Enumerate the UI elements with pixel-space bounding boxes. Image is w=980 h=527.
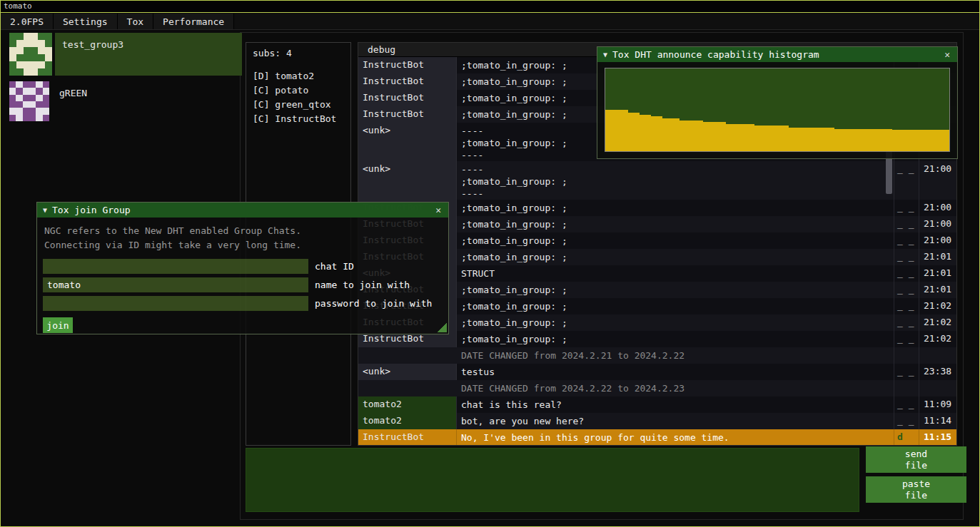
message-time: 21:02 <box>919 298 956 314</box>
histogram-bar <box>852 129 857 151</box>
histogram-bar <box>921 130 926 151</box>
histogram-bar <box>823 128 829 151</box>
message-flags: _ _ <box>894 364 919 380</box>
message-time: 21:00 <box>919 232 956 249</box>
message-time <box>919 347 956 364</box>
field-row: chat ID <box>37 257 448 275</box>
message-row[interactable]: <unk>testus_ _23:38 <box>358 364 956 380</box>
group-label-wrap: gREEN <box>52 81 242 121</box>
collapse-icon[interactable]: ▼ <box>603 51 607 58</box>
field-label: chat ID <box>315 261 354 272</box>
resize-grip-icon[interactable] <box>436 322 447 332</box>
chat-id-input[interactable] <box>43 259 308 274</box>
message-time: 11:15 <box>919 429 956 445</box>
name-to-join-with-input[interactable] <box>43 277 308 292</box>
message-row[interactable]: DATE CHANGED from 2024.2.21 to 2024.2.22 <box>358 347 956 364</box>
join-info-line: NGC refers to the New DHT enabled Group … <box>44 224 441 238</box>
histogram-bar <box>714 122 720 151</box>
group-list: test_group3gREEN <box>6 33 242 127</box>
histogram-bar <box>611 110 617 151</box>
window-titlebar[interactable]: tomato <box>1 1 979 13</box>
menu-item-tox[interactable]: Tox <box>118 14 153 29</box>
histogram-bar <box>904 130 909 151</box>
join-dialog-titlebar[interactable]: ▼ Tox join Group ✕ <box>37 203 448 218</box>
message-time: 21:00 <box>919 161 956 200</box>
histogram-bar <box>691 121 697 151</box>
member-item[interactable]: [C] green_qtox <box>253 98 344 112</box>
message-text: DATE CHANGED from 2024.2.22 to 2024.2.23 <box>457 380 894 396</box>
sender-name: InstructBot <box>358 429 457 445</box>
message-flags: d <box>894 429 919 445</box>
histogram-bar <box>709 122 714 151</box>
field-row: password to join with <box>37 294 448 312</box>
menu-item-performance[interactable]: Performance <box>153 14 234 29</box>
histogram-bar <box>829 128 834 151</box>
message-time: 21:02 <box>919 314 956 331</box>
menu-bar: 2.0FPSSettingsToxPerformance <box>1 14 979 30</box>
histogram-bar <box>697 121 703 151</box>
message-time: 21:00 <box>919 200 956 216</box>
histogram-bar <box>622 110 628 151</box>
histogram-bar <box>817 128 823 151</box>
message-text: testus <box>457 364 894 380</box>
histogram-bar <box>846 129 852 151</box>
message-text: ;tomato_in_group: ; <box>457 298 894 314</box>
histogram-bar <box>915 130 921 151</box>
password-to-join-with-input[interactable] <box>43 296 308 311</box>
histogram-bar <box>840 129 846 151</box>
close-icon[interactable]: ✕ <box>943 49 951 60</box>
histogram-bar <box>640 115 645 151</box>
histogram-titlebar[interactable]: ▼ Tox DHT announce capability histogram … <box>597 47 957 62</box>
member-item[interactable]: [C] InstructBot <box>253 112 344 126</box>
histogram-title: Tox DHT announce capability histogram <box>612 49 938 60</box>
subs-header: subs: 4 <box>253 48 344 58</box>
message-row[interactable]: tomato2chat is this real?_ _11:09 <box>358 396 956 413</box>
message-row[interactable]: <unk>---- ;tomato_in_group: ; ----_ _21:… <box>358 161 956 200</box>
histogram-bar <box>760 126 766 151</box>
message-text: ;tomato_in_group: ; <box>457 200 894 216</box>
join-fields: chat IDname to join withpassword to join… <box>37 257 448 312</box>
message-text: ;tomato_in_group: ; <box>457 314 894 331</box>
message-row[interactable]: DATE CHANGED from 2024.2.22 to 2024.2.23 <box>358 380 956 396</box>
paste-file-button[interactable]: paste file <box>866 476 966 503</box>
group-item-green[interactable]: gREEN <box>6 81 242 121</box>
histogram-bar <box>766 126 772 151</box>
group-name: gREEN <box>59 88 235 98</box>
histogram-bar <box>892 130 898 151</box>
histogram-bar <box>772 126 777 151</box>
message-text: ---- ;tomato_in_group: ; ---- <box>457 161 894 200</box>
histogram-bar <box>605 110 611 151</box>
join-button[interactable]: join <box>43 317 73 333</box>
histogram-bar <box>685 121 691 151</box>
histogram-bar <box>645 115 651 151</box>
histogram-bar <box>662 118 668 151</box>
send-file-button[interactable]: send file <box>866 446 966 473</box>
app-window: tomato 2.0FPSSettingsToxPerformance test… <box>0 0 980 527</box>
message-input[interactable] <box>246 448 859 512</box>
message-flags: _ _ <box>894 331 919 347</box>
histogram-bar <box>783 126 789 151</box>
message-flags: _ _ <box>894 396 919 413</box>
group-item-test-group3[interactable]: test_group3 <box>6 33 242 76</box>
field-row: name to join with <box>37 275 448 294</box>
group-name: test_group3 <box>62 39 235 50</box>
histogram-bar <box>743 124 749 151</box>
message-time: 21:00 <box>919 216 956 232</box>
menu-item-settings[interactable]: Settings <box>54 14 118 29</box>
message-text: ;tomato_in_group: ; <box>457 216 894 232</box>
close-icon[interactable]: ✕ <box>434 205 443 215</box>
member-item[interactable]: [C] potato <box>253 83 344 98</box>
message-row[interactable]: tomato2bot, are you new here?_ _11:14 <box>358 413 956 429</box>
message-flags: _ _ <box>894 232 919 249</box>
message-row[interactable]: InstructBotNo, I've been in this group f… <box>358 429 956 445</box>
histogram-bar <box>628 113 634 151</box>
histogram-bar <box>874 129 880 151</box>
message-flags: _ _ <box>894 282 919 298</box>
member-item[interactable]: [D] tomato2 <box>253 69 344 83</box>
histogram-bar <box>726 124 732 151</box>
histogram-bar <box>720 122 726 151</box>
message-flags: _ _ <box>894 249 919 265</box>
menu-item-2-0fps: 2.0FPS <box>1 14 54 29</box>
collapse-icon[interactable]: ▼ <box>43 206 47 214</box>
message-time: 21:01 <box>919 249 956 265</box>
